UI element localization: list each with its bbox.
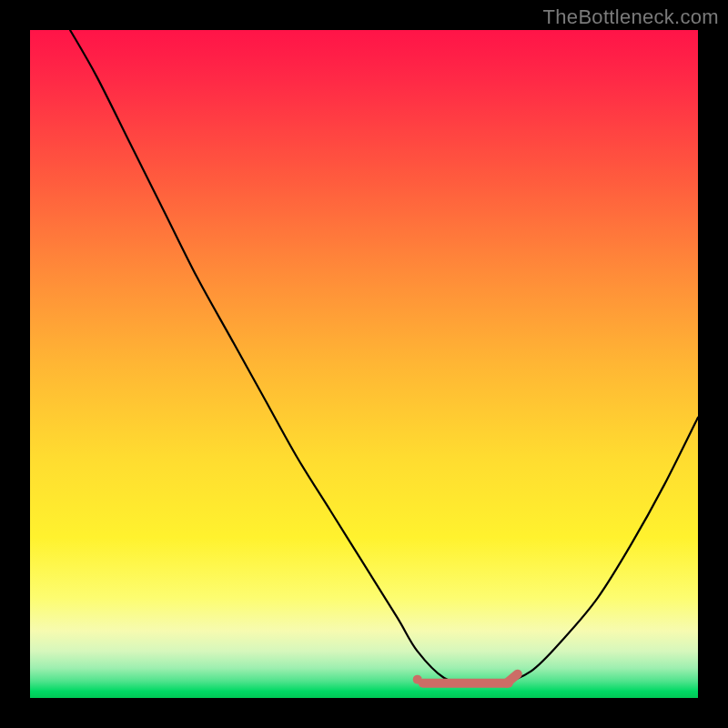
bottleneck-curve xyxy=(70,30,698,686)
chart-frame: TheBottleneck.com xyxy=(0,0,728,728)
chart-svg xyxy=(30,30,698,698)
valley-marker xyxy=(413,674,518,684)
watermark-text: TheBottleneck.com xyxy=(543,5,719,29)
svg-line-2 xyxy=(507,674,518,683)
plot-area xyxy=(30,30,698,698)
